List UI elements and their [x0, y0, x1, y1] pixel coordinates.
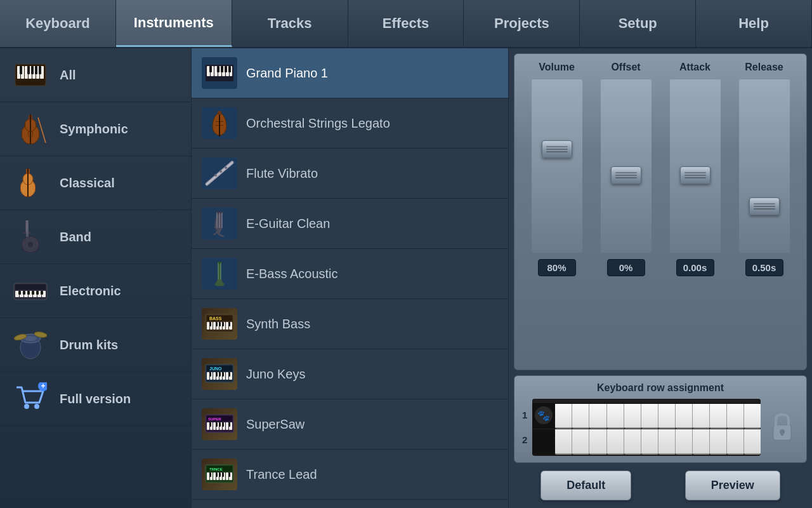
instrument-trance-lead[interactable]: TRNCE Trance Lead [192, 450, 508, 500]
right-panel: Volume Offset Attack Release 80% [509, 48, 812, 508]
offset-thumb[interactable] [611, 166, 641, 184]
svg-rect-31 [15, 284, 46, 290]
volume-track [532, 79, 582, 253]
category-band[interactable]: Band [0, 210, 191, 264]
supersaw-label: SuperSaw [246, 417, 304, 432]
svg-rect-9 [27, 66, 30, 74]
trance-lead-icon: TRNCE [202, 458, 237, 490]
svg-point-71 [214, 174, 217, 177]
release-label: Release [739, 62, 790, 73]
offset-label: Offset [601, 62, 652, 73]
row-numbers: 1 2 [522, 410, 527, 445]
lock-icon [771, 412, 794, 443]
svg-rect-138 [226, 472, 228, 480]
svg-rect-126 [219, 422, 221, 427]
svg-rect-84 [207, 322, 209, 330]
ebass-icon [202, 258, 237, 290]
instrument-hiphop-drum[interactable]: hip hop Hip Hop Drum Kit [192, 500, 508, 508]
supersaw-icon: SUPER [202, 408, 237, 440]
volume-thumb[interactable] [542, 140, 572, 158]
svg-rect-125 [216, 422, 218, 427]
category-electronic[interactable]: Electronic [0, 264, 191, 318]
svg-rect-128 [228, 422, 230, 427]
svg-rect-90 [226, 322, 228, 330]
default-button[interactable]: Default [540, 471, 631, 500]
orch-strings-icon [202, 107, 237, 139]
eguitar-clean-label: E-Guitar Clean [246, 217, 330, 231]
tab-instruments[interactable]: Instruments [116, 0, 232, 47]
instrument-grand-piano[interactable]: Grand Piano 1 [192, 48, 508, 98]
instrument-flute-vibrato[interactable]: Flute Vibrato [192, 149, 508, 199]
svg-rect-93 [216, 322, 218, 326]
svg-rect-41 [27, 291, 30, 295]
category-band-label: Band [60, 230, 91, 244]
instrument-orch-strings[interactable]: Orchestral Strings Legato [192, 98, 508, 149]
svg-rect-106 [226, 372, 228, 380]
electronic-icon [10, 273, 51, 309]
sliders-section: Volume Offset Attack Release 80% [514, 53, 807, 370]
tab-tracks[interactable]: Tracks [232, 0, 348, 47]
svg-rect-109 [216, 372, 218, 377]
drum-icon [10, 327, 51, 363]
svg-rect-141 [216, 472, 218, 477]
svg-rect-122 [226, 422, 228, 430]
svg-rect-96 [228, 322, 230, 326]
category-all[interactable]: All [0, 48, 191, 102]
keyboard-visual[interactable]: 🐾 [532, 399, 761, 456]
instrument-eguitar-clean[interactable]: E-Guitar Clean [192, 199, 508, 249]
tab-setup[interactable]: Setup [580, 0, 696, 47]
svg-rect-118 [213, 422, 216, 430]
tab-projects[interactable]: Projects [464, 0, 580, 47]
eguitar-icon [202, 208, 237, 239]
svg-rect-39 [18, 291, 21, 295]
svg-point-29 [28, 242, 33, 247]
svg-rect-143 [222, 472, 224, 477]
svg-rect-65 [225, 66, 227, 72]
symphonic-icon [10, 111, 51, 147]
attack-thumb[interactable] [680, 166, 710, 184]
sliders-container: 80% 0% [522, 79, 799, 283]
svg-rect-94 [219, 322, 221, 326]
trance-lead-label: Trance Lead [246, 467, 317, 482]
svg-rect-92 [209, 322, 211, 326]
svg-rect-132 [207, 472, 209, 480]
svg-text:TRNCE: TRNCE [209, 467, 223, 471]
tab-help[interactable]: Help [696, 0, 812, 47]
svg-rect-110 [219, 372, 221, 377]
synth-bass-label: Synth Bass [246, 317, 310, 331]
tab-effects[interactable]: Effects [348, 0, 464, 47]
category-symphonic[interactable]: Symphonic [0, 102, 191, 156]
release-thumb[interactable] [749, 197, 780, 215]
svg-rect-116 [207, 422, 209, 430]
category-all-label: All [60, 68, 76, 83]
svg-rect-10 [31, 66, 34, 74]
all-icon [10, 57, 51, 93]
attack-label: Attack [670, 62, 721, 73]
svg-rect-44 [41, 291, 43, 295]
category-drum-kits[interactable]: Drum kits [0, 318, 191, 372]
attack-value: 0.00s [676, 259, 714, 276]
main-content: All Symphonic [0, 48, 812, 508]
category-drum-kits-label: Drum kits [60, 338, 118, 352]
instrument-juno-keys[interactable]: JUNO Juno Keys [192, 349, 508, 399]
row-2-label: 2 [522, 434, 527, 445]
svg-rect-108 [209, 372, 211, 377]
instrument-synth-bass[interactable]: BASS Synth Bass [192, 299, 508, 349]
category-classical[interactable]: Classical [0, 156, 191, 210]
volume-slider-col: 80% [532, 79, 582, 276]
svg-line-70 [207, 163, 232, 184]
classical-icon [10, 165, 51, 201]
bottom-buttons: Default Preview [514, 468, 807, 503]
svg-rect-127 [222, 422, 224, 427]
flute-icon [202, 157, 237, 189]
instrument-supersaw[interactable]: SUPER SuperSaw [192, 399, 508, 450]
preview-button[interactable]: Preview [685, 471, 780, 500]
svg-rect-8 [20, 66, 22, 74]
tab-keyboard[interactable]: Keyboard [0, 0, 116, 47]
release-value: 0.50s [745, 259, 783, 276]
svg-rect-140 [209, 472, 211, 477]
category-full-version[interactable]: + Full version [0, 372, 191, 426]
sliders-header: Volume Offset Attack Release [522, 62, 799, 73]
offset-slider-col: 0% [601, 79, 652, 276]
instrument-ebass-acoustic[interactable]: E-Bass Acoustic [192, 249, 508, 299]
